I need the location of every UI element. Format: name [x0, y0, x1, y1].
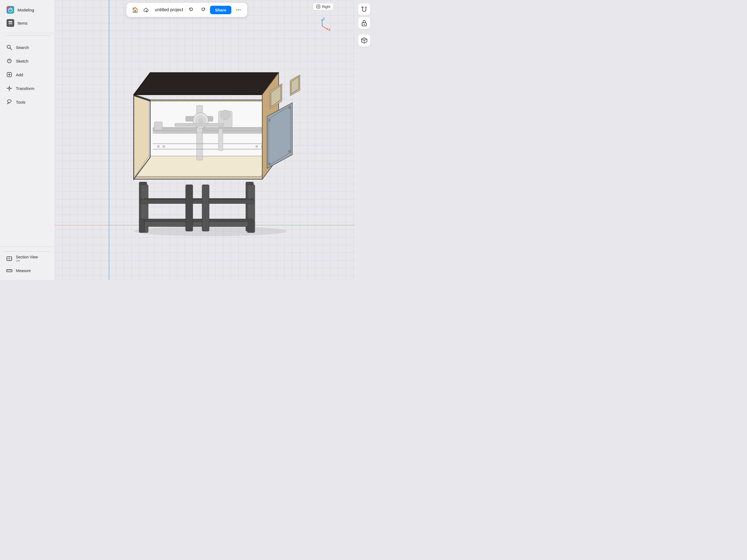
- axis-indicator: Z X: [314, 18, 330, 34]
- project-title: untitled project: [154, 7, 184, 12]
- svg-point-84: [142, 198, 144, 199]
- svg-rect-36: [248, 219, 254, 233]
- svg-point-25: [236, 9, 237, 10]
- svg-point-90: [249, 214, 251, 216]
- svg-point-26: [238, 9, 239, 10]
- svg-point-58: [157, 146, 159, 148]
- svg-point-7: [7, 59, 11, 63]
- tool-tools[interactable]: Tools: [2, 96, 52, 108]
- search-icon: [5, 44, 13, 51]
- svg-point-77: [288, 150, 291, 153]
- svg-point-88: [249, 198, 251, 199]
- svg-point-85: [142, 206, 144, 207]
- measure-icon: [5, 267, 13, 275]
- sidebar: Modeling Items: [0, 0, 55, 280]
- measure-item[interactable]: Measure: [2, 265, 52, 277]
- section-view-item[interactable]: Section View Off: [2, 253, 52, 265]
- svg-point-86: [142, 214, 144, 216]
- undo-button[interactable]: [187, 5, 196, 14]
- tool-search[interactable]: Search: [2, 41, 52, 54]
- svg-rect-64: [154, 122, 162, 130]
- magnet-button[interactable]: [358, 3, 370, 15]
- svg-marker-66: [134, 73, 279, 95]
- tools-label: Tools: [16, 100, 25, 104]
- svg-point-59: [163, 146, 165, 148]
- svg-marker-1: [8, 8, 12, 10]
- search-label: Search: [16, 45, 29, 50]
- view-label-text: Right: [322, 5, 330, 9]
- svg-point-28: [134, 226, 287, 236]
- svg-marker-44: [135, 156, 276, 177]
- add-label: Add: [16, 73, 23, 77]
- svg-line-97: [322, 26, 328, 29]
- transform-icon: [5, 84, 13, 92]
- svg-point-78: [268, 163, 271, 165]
- section-view-icon: [5, 255, 13, 262]
- view-label: Right: [313, 3, 333, 10]
- 3d-machine: [93, 51, 317, 237]
- svg-point-83: [142, 189, 144, 191]
- svg-rect-62: [218, 129, 223, 151]
- home-button[interactable]: 🏠: [131, 5, 139, 14]
- svg-point-5: [7, 45, 10, 48]
- svg-point-75: [268, 119, 271, 121]
- svg-rect-3: [8, 23, 12, 24]
- svg-point-103: [364, 24, 365, 25]
- svg-rect-2: [8, 21, 12, 22]
- modeling-icon: [6, 6, 14, 14]
- section-view-label: Section View: [16, 255, 38, 259]
- svg-point-87: [249, 189, 251, 191]
- svg-rect-39: [186, 185, 193, 231]
- svg-text:Z: Z: [323, 18, 325, 21]
- tool-transform[interactable]: Transform: [2, 82, 52, 95]
- tools-icon: [5, 98, 13, 106]
- share-button[interactable]: Share: [210, 6, 231, 14]
- sidebar-item-modeling[interactable]: Modeling: [4, 3, 50, 17]
- svg-rect-63: [175, 123, 224, 127]
- svg-rect-47: [153, 131, 271, 134]
- svg-rect-34: [140, 222, 255, 227]
- right-panel: [355, 0, 374, 280]
- sketch-icon: [5, 57, 13, 65]
- add-icon: [5, 71, 13, 78]
- cloud-button[interactable]: [142, 5, 151, 14]
- more-button[interactable]: [234, 5, 243, 14]
- viewport[interactable]: Right Z X: [55, 0, 355, 280]
- svg-point-27: [239, 9, 241, 10]
- svg-point-12: [8, 87, 10, 89]
- tool-add[interactable]: Add: [2, 68, 52, 81]
- svg-point-60: [256, 146, 258, 148]
- svg-rect-4: [8, 24, 12, 25]
- svg-text:X: X: [328, 28, 330, 31]
- cube-view-button[interactable]: [358, 34, 370, 47]
- svg-point-52: [199, 119, 203, 123]
- svg-point-89: [249, 206, 251, 207]
- items-label: Items: [18, 21, 28, 25]
- sketch-label: Sketch: [16, 59, 28, 63]
- section-view-sublabel: Off: [16, 259, 38, 262]
- svg-rect-38: [140, 200, 254, 204]
- svg-point-76: [288, 107, 291, 109]
- transform-label: Transform: [16, 86, 34, 91]
- lock-button[interactable]: [358, 17, 370, 29]
- svg-line-6: [10, 48, 12, 50]
- svg-point-54: [221, 110, 230, 120]
- measure-label: Measure: [16, 269, 31, 273]
- svg-rect-19: [6, 270, 12, 272]
- svg-rect-46: [153, 127, 271, 131]
- svg-rect-40: [202, 185, 209, 231]
- topbar: 🏠 untitled project Share: [126, 3, 247, 17]
- modeling-label: Modeling: [18, 8, 34, 12]
- sidebar-item-items[interactable]: Items: [4, 17, 50, 29]
- tool-sketch[interactable]: Sketch: [2, 55, 52, 67]
- items-icon: [6, 19, 14, 27]
- redo-button[interactable]: [199, 5, 207, 14]
- svg-line-17: [7, 103, 8, 104]
- svg-marker-80: [134, 95, 262, 95]
